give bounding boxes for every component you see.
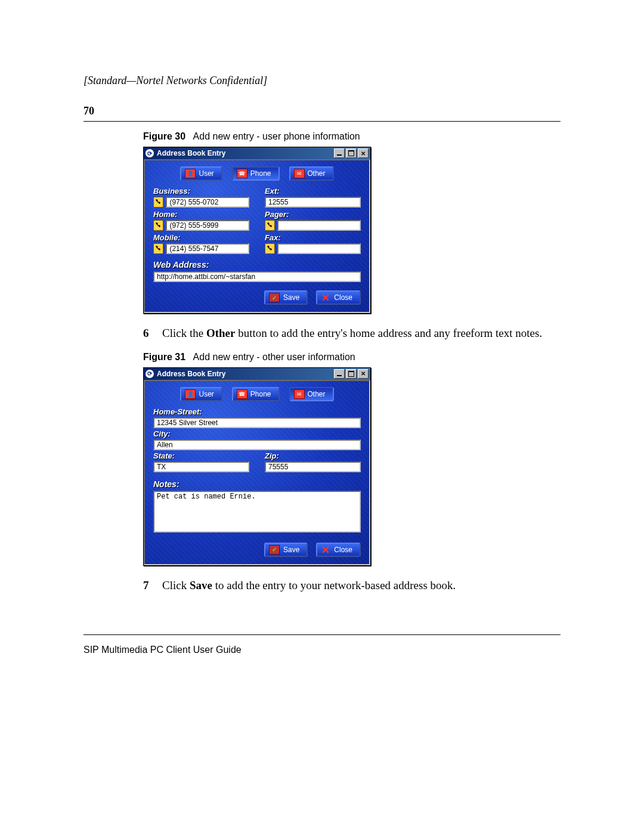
phone-icon[interactable] [265, 243, 275, 254]
close-icon [321, 293, 330, 302]
zip-label: Zip: [265, 451, 361, 460]
ext-label: Ext: [265, 187, 361, 196]
mobile-label: Mobile: [153, 233, 249, 242]
window-close-button[interactable]: ✕ [358, 369, 369, 379]
titlebar[interactable]: ⟳ Address Book Entry ✕ [144, 147, 370, 159]
web-label: Web Address: [153, 260, 361, 270]
top-rule [83, 121, 561, 122]
street-label: Home-Street: [153, 407, 361, 416]
step-number: 7 [143, 578, 154, 593]
user-icon: 👤 [185, 169, 196, 178]
close-icon [321, 546, 330, 554]
tab-user[interactable]: 👤User [180, 387, 222, 401]
step-7: 7 Click Save to add the entry to your ne… [143, 578, 561, 593]
tab-other[interactable]: ✉Other [289, 166, 334, 181]
notes-label: Notes: [153, 479, 361, 489]
minimize-button[interactable] [334, 148, 345, 158]
other-icon: ✉ [294, 389, 305, 399]
street-input[interactable] [153, 417, 361, 428]
phone-icon[interactable] [153, 197, 163, 208]
state-label: State: [153, 451, 249, 460]
window-close-button[interactable]: ✕ [358, 148, 369, 158]
step-number: 6 [143, 326, 154, 341]
footer-guide: SIP Multimedia PC Client User Guide [83, 645, 561, 655]
tab-user[interactable]: 👤User [180, 166, 222, 181]
app-icon: ⟳ [145, 149, 154, 157]
zip-input[interactable] [265, 462, 361, 472]
step-text: Click Save to add the entry to your netw… [162, 578, 456, 593]
phone-icon[interactable] [265, 220, 275, 231]
other-icon: ✉ [294, 169, 305, 178]
city-input[interactable] [153, 439, 361, 450]
figure30-caption-text: Add new entry - user phone information [193, 131, 360, 141]
fax-label: Fax: [265, 233, 361, 242]
dialog-other: ⟳ Address Book Entry ✕ 👤User ☎Phone ✉Oth… [143, 367, 371, 566]
business-label: Business: [153, 187, 249, 196]
web-input[interactable] [153, 271, 361, 282]
home-input[interactable] [166, 220, 249, 231]
titlebar[interactable]: ⟳ Address Book Entry ✕ [144, 368, 370, 380]
ext-input[interactable] [265, 197, 361, 208]
minimize-button[interactable] [334, 369, 345, 379]
step-6: 6 Click the Other button to add the entr… [143, 326, 561, 341]
window-title: Address Book Entry [157, 370, 225, 378]
close-button[interactable]: Close [316, 543, 361, 557]
pager-input[interactable] [277, 220, 361, 231]
business-input[interactable] [166, 197, 249, 208]
window-title: Address Book Entry [157, 149, 225, 157]
figure31-caption: Figure 31 Add new entry - other user inf… [143, 352, 561, 363]
maximize-button[interactable] [346, 369, 357, 379]
tab-phone[interactable]: ☎Phone [232, 387, 280, 401]
save-icon [269, 293, 280, 302]
tab-phone[interactable]: ☎Phone [232, 166, 280, 181]
save-button[interactable]: Save [264, 543, 308, 557]
step-text: Click the Other button to add the entry'… [162, 326, 542, 341]
app-icon: ⟳ [145, 370, 154, 378]
user-icon: 👤 [185, 389, 196, 399]
maximize-button[interactable] [346, 148, 357, 158]
phone-icon[interactable] [153, 243, 163, 254]
notes-input[interactable] [153, 491, 361, 532]
figure31-label: Figure 31 [143, 352, 185, 362]
figure30-caption: Figure 30 Add new entry - user phone inf… [143, 131, 561, 142]
page-number: 70 [83, 105, 561, 117]
fax-input[interactable] [277, 243, 361, 254]
pager-label: Pager: [265, 210, 361, 219]
home-label: Home: [153, 210, 249, 219]
phone-tab-icon: ☎ [237, 169, 247, 178]
dialog-phone: ⟳ Address Book Entry ✕ 👤User ☎Phone ✉Oth… [143, 147, 371, 314]
tab-other[interactable]: ✉Other [289, 387, 334, 401]
save-button[interactable]: Save [264, 290, 308, 305]
save-icon [269, 545, 280, 555]
city-label: City: [153, 429, 361, 438]
figure31-caption-text: Add new entry - other user information [193, 352, 355, 362]
phone-tab-icon: ☎ [237, 389, 247, 399]
confidential-header: [Standard—Nortel Networks Confidential] [83, 75, 561, 87]
state-input[interactable] [153, 462, 249, 472]
bottom-rule [83, 634, 561, 635]
mobile-input[interactable] [166, 243, 249, 254]
phone-icon[interactable] [153, 220, 163, 231]
figure30-label: Figure 30 [143, 131, 185, 141]
close-button[interactable]: Close [316, 290, 361, 305]
